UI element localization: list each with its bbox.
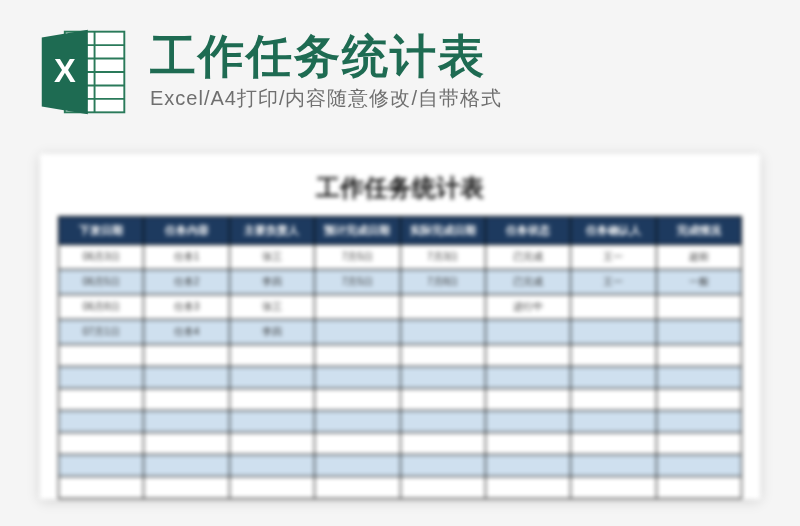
table-cell bbox=[59, 389, 144, 411]
table-cell bbox=[144, 367, 229, 389]
table-cell: 7月5日 bbox=[315, 245, 400, 270]
table-row bbox=[59, 345, 742, 367]
table-cell bbox=[656, 411, 741, 433]
table-cell bbox=[656, 367, 741, 389]
table-row: 07月1日任务4李四 bbox=[59, 320, 742, 345]
table-cell bbox=[229, 477, 314, 499]
table-row bbox=[59, 455, 742, 477]
col-header: 预计完成日期 bbox=[315, 217, 400, 245]
table-cell bbox=[571, 477, 656, 499]
table-cell bbox=[315, 455, 400, 477]
table-cell bbox=[59, 411, 144, 433]
table-cell bbox=[485, 411, 570, 433]
table-cell bbox=[571, 320, 656, 345]
table-cell bbox=[229, 433, 314, 455]
table-cell bbox=[485, 367, 570, 389]
excel-icon: X bbox=[36, 24, 132, 120]
table-cell bbox=[571, 345, 656, 367]
table-cell: 7月8日 bbox=[400, 270, 485, 295]
header-band: X 工作任务统计表 Excel/A4打印/内容随意修改/自带格式 bbox=[0, 24, 800, 120]
table-cell bbox=[400, 345, 485, 367]
table-cell bbox=[656, 477, 741, 499]
table-cell bbox=[144, 389, 229, 411]
table-header-row: 下发日期 任务内容 主要负责人 预计完成日期 实际完成日期 任务状态 任务确认人… bbox=[59, 217, 742, 245]
table-cell bbox=[229, 367, 314, 389]
table-row: 06月5日任务2李四7月5日7月8日已完成王一一般 bbox=[59, 270, 742, 295]
task-table: 下发日期 任务内容 主要负责人 预计完成日期 实际完成日期 任务状态 任务确认人… bbox=[58, 216, 742, 499]
title-block: 工作任务统计表 Excel/A4打印/内容随意修改/自带格式 bbox=[150, 32, 502, 111]
table-cell bbox=[59, 433, 144, 455]
table-cell bbox=[229, 411, 314, 433]
table-cell: 任务3 bbox=[144, 295, 229, 320]
table-cell: 任务4 bbox=[144, 320, 229, 345]
template-preview: 工作任务统计表 下发日期 任务内容 主要负责人 预计完成日期 实际完成日期 任务… bbox=[40, 154, 760, 499]
table-cell: 王一 bbox=[571, 245, 656, 270]
table-cell bbox=[315, 477, 400, 499]
table-cell: 张三 bbox=[229, 295, 314, 320]
table-cell bbox=[485, 433, 570, 455]
table-cell bbox=[656, 345, 741, 367]
table-cell bbox=[59, 477, 144, 499]
table-cell: 7月3日 bbox=[400, 245, 485, 270]
table-cell bbox=[229, 345, 314, 367]
col-header: 任务内容 bbox=[144, 217, 229, 245]
col-header: 任务状态 bbox=[485, 217, 570, 245]
table-cell: 已完成 bbox=[485, 270, 570, 295]
table-cell bbox=[656, 320, 741, 345]
table-cell: 已完成 bbox=[485, 245, 570, 270]
table-cell bbox=[400, 320, 485, 345]
table-cell: 任务2 bbox=[144, 270, 229, 295]
page-subtitle: Excel/A4打印/内容随意修改/自带格式 bbox=[150, 85, 502, 112]
table-cell bbox=[400, 455, 485, 477]
table-cell bbox=[656, 433, 741, 455]
table-row: 06月3日任务1张三7月5日7月3日已完成王一超前 bbox=[59, 245, 742, 270]
table-cell: 超前 bbox=[656, 245, 741, 270]
table-cell bbox=[485, 320, 570, 345]
table-cell: 一般 bbox=[656, 270, 741, 295]
table-cell: 进行中 bbox=[485, 295, 570, 320]
table-cell bbox=[59, 345, 144, 367]
table-cell bbox=[400, 367, 485, 389]
table-cell bbox=[400, 411, 485, 433]
table-cell bbox=[485, 389, 570, 411]
table-cell bbox=[571, 411, 656, 433]
table-cell bbox=[144, 345, 229, 367]
table-cell bbox=[315, 345, 400, 367]
table-row: 06月8日任务3张三进行中 bbox=[59, 295, 742, 320]
table-cell: 06月8日 bbox=[59, 295, 144, 320]
table-row bbox=[59, 389, 742, 411]
table-cell bbox=[656, 295, 741, 320]
table-cell bbox=[571, 367, 656, 389]
table-row bbox=[59, 411, 742, 433]
table-cell bbox=[571, 433, 656, 455]
table-cell bbox=[571, 295, 656, 320]
table-cell: 王一 bbox=[571, 270, 656, 295]
table-cell bbox=[315, 295, 400, 320]
table-cell bbox=[485, 455, 570, 477]
table-cell bbox=[315, 320, 400, 345]
table-cell bbox=[59, 367, 144, 389]
table-body: 06月3日任务1张三7月5日7月3日已完成王一超前06月5日任务2李四7月5日7… bbox=[59, 245, 742, 499]
table-cell: 任务1 bbox=[144, 245, 229, 270]
table-cell: 张三 bbox=[229, 245, 314, 270]
table-row bbox=[59, 433, 742, 455]
table-cell bbox=[400, 433, 485, 455]
table-cell bbox=[485, 477, 570, 499]
col-header: 实际完成日期 bbox=[400, 217, 485, 245]
table-cell bbox=[315, 389, 400, 411]
table-row bbox=[59, 367, 742, 389]
table-cell bbox=[400, 295, 485, 320]
excel-icon-letter: X bbox=[54, 52, 76, 89]
table-cell bbox=[229, 455, 314, 477]
table-cell bbox=[229, 389, 314, 411]
table-cell: 李四 bbox=[229, 270, 314, 295]
table-cell bbox=[656, 455, 741, 477]
table-cell bbox=[315, 367, 400, 389]
table-cell: 7月5日 bbox=[315, 270, 400, 295]
table-cell: 07月1日 bbox=[59, 320, 144, 345]
table-cell bbox=[571, 455, 656, 477]
col-header: 任务确认人 bbox=[571, 217, 656, 245]
col-header: 下发日期 bbox=[59, 217, 144, 245]
table-cell bbox=[144, 411, 229, 433]
table-cell bbox=[571, 389, 656, 411]
